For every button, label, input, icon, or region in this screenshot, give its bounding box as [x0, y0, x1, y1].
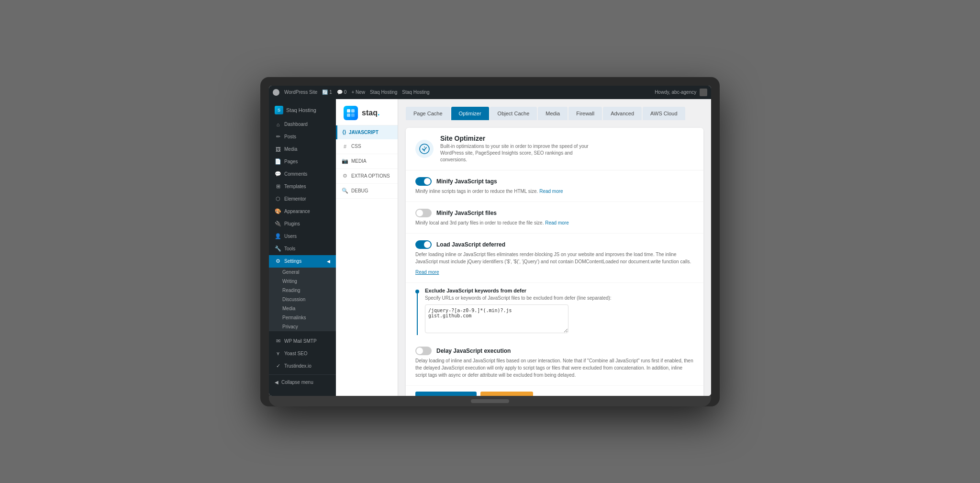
extra-icon: ⚙	[342, 173, 348, 180]
toggle-minify-js-tags[interactable]	[415, 177, 432, 186]
user-avatar[interactable]	[700, 89, 707, 96]
submenu-media[interactable]: Media	[269, 304, 336, 313]
blue-bar	[417, 293, 418, 335]
minify-js-files-desc: Minify local and 3rd party files in orde…	[415, 219, 694, 226]
tab-firewall[interactable]: Firewall	[568, 107, 602, 120]
svg-rect-2	[347, 113, 350, 117]
setting-minify-js-files: Minify JavaScript files Minify local and…	[406, 202, 703, 234]
load-js-deferred-desc: Defer loading inline or JavaScript files…	[415, 251, 694, 265]
defer-inner: Exclude JavaScript keywords from defer S…	[415, 288, 694, 335]
tab-page-cache[interactable]: Page Cache	[406, 107, 450, 120]
submenu-privacy[interactable]: Privacy	[269, 322, 336, 331]
sidebar-item-comments[interactable]: 💬 Comments	[269, 168, 336, 180]
submenu-reading[interactable]: Reading	[269, 286, 336, 295]
sidebar-item-trustindex[interactable]: ✓ Trustindex.io	[269, 360, 336, 372]
save-button[interactable]: Save & Clear Cache	[415, 392, 477, 396]
wpmail-icon: ✉	[275, 338, 281, 345]
hosting-label[interactable]: Staq Hosting	[402, 90, 429, 95]
sidebar-item-elementor[interactable]: ⬡ Elementor	[269, 193, 336, 205]
templates-label: Templates	[284, 184, 306, 189]
settings-label: Settings	[284, 258, 301, 264]
defer-content: Exclude JavaScript keywords from defer S…	[425, 288, 694, 335]
tab-media[interactable]: Media	[538, 107, 568, 120]
submenu-writing[interactable]: Writing	[269, 277, 336, 286]
sidebar-item-pages[interactable]: 📄 Pages	[269, 156, 336, 168]
restore-button[interactable]: Restore Defaults	[480, 392, 533, 396]
defer-textarea[interactable]	[425, 304, 568, 333]
setting-minify-js-tags: Minify JavaScript tags Minify inline scr…	[406, 170, 703, 202]
greeting-label: Howdy, abc-agency	[655, 89, 696, 94]
submenu-permalinks[interactable]: Permalinks	[269, 313, 336, 322]
dashboard-label: Dashboard	[284, 122, 308, 127]
submenu-general[interactable]: General	[269, 268, 336, 277]
media-label: Media	[284, 146, 297, 152]
debug-icon: 🔍	[342, 188, 348, 194]
tab-optimizer[interactable]: Optimizer	[451, 107, 489, 120]
toggle-slider-3	[415, 240, 432, 249]
page-description: Built-in optimizations to your site in o…	[440, 143, 593, 163]
tab-object-cache[interactable]: Object Cache	[490, 107, 537, 120]
defer-exclusion-section: Exclude JavaScript keywords from defer S…	[406, 283, 703, 340]
dashboard-icon: ⌂	[275, 121, 281, 128]
toggle-delay-js[interactable]	[415, 347, 432, 355]
sidebar-item-templates[interactable]: ⊞ Templates	[269, 180, 336, 193]
trustindex-label: Trustindex.io	[284, 363, 312, 369]
sidebar-brand[interactable]: S Staq Hosting	[269, 102, 336, 118]
toggle-load-js-deferred[interactable]	[415, 240, 432, 249]
posts-label: Posts	[284, 134, 296, 139]
settings-arrow: ◀	[327, 259, 330, 264]
load-js-deferred-readmore[interactable]: Read more	[415, 270, 439, 275]
collapse-menu-button[interactable]: ◀ Collapse menu	[269, 374, 336, 390]
laptop-notch	[471, 399, 509, 403]
minify-js-tags-readmore[interactable]: Read more	[539, 189, 563, 194]
sidebar-item-settings[interactable]: ⚙ Settings ◀	[269, 255, 336, 268]
updates-icon: 🔄	[322, 90, 328, 95]
tools-icon: 🔧	[275, 246, 281, 252]
plugin-nav-debug[interactable]: 🔍 DEBUG	[336, 184, 398, 199]
javascript-icon: ⟨⟩	[342, 129, 346, 135]
pages-icon: 📄	[275, 158, 281, 165]
css-icon: #	[342, 143, 348, 150]
plugin-nav-extra[interactable]: ⚙ EXTRA OPTIONS	[336, 169, 398, 184]
sidebar-item-users[interactable]: 👤 Users	[269, 230, 336, 243]
minify-js-files-readmore[interactable]: Read more	[545, 220, 568, 225]
submenu-discussion[interactable]: Discussion	[269, 295, 336, 304]
sidebar-item-yoast[interactable]: Y Yoast SEO	[269, 348, 336, 360]
plugin-label: Staq Hosting	[370, 90, 397, 95]
updates-count[interactable]: 🔄 1	[322, 90, 332, 95]
new-button[interactable]: + New	[351, 90, 365, 95]
plugin-panel: staq. ⟨⟩ JAVASCRIPT # CSS 📷 MEDIA	[336, 99, 398, 396]
media-icon: 🖼	[275, 146, 281, 153]
comment-icon: 💬	[337, 90, 343, 95]
wp-logo[interactable]	[273, 89, 279, 96]
defer-indicator	[415, 288, 419, 335]
tab-advanced[interactable]: Advanced	[603, 107, 642, 120]
content-card: Site Optimizer Built-in optimizations to…	[406, 128, 703, 396]
sidebar-item-posts[interactable]: ✏ Posts	[269, 131, 336, 143]
svg-rect-3	[351, 113, 355, 117]
toggle-minify-js-files[interactable]	[415, 209, 432, 217]
card-footer: Save & Clear Cache Restore Defaults	[406, 386, 703, 396]
delay-js-title: Delay JavaScript execution	[436, 348, 511, 354]
sidebar-item-dashboard[interactable]: ⌂ Dashboard	[269, 118, 336, 131]
toggle-slider-4	[415, 347, 432, 355]
svg-rect-1	[351, 109, 355, 112]
tab-bar: Page Cache Optimizer Object Cache Media …	[406, 107, 703, 120]
page-title: Site Optimizer	[440, 135, 593, 142]
site-name[interactable]: WordPress Site	[284, 90, 317, 95]
sidebar-item-wpmail[interactable]: ✉ WP Mail SMTP	[269, 335, 336, 348]
sidebar-item-media[interactable]: 🖼 Media	[269, 143, 336, 156]
tab-aws-cloud[interactable]: AWS Cloud	[643, 107, 685, 120]
sidebar-item-tools[interactable]: 🔧 Tools	[269, 243, 336, 255]
sidebar-item-plugins[interactable]: 🔌 Plugins	[269, 218, 336, 230]
plugin-nav-css[interactable]: # CSS	[336, 139, 398, 154]
sidebar-item-appearance[interactable]: 🎨 Appearance	[269, 205, 336, 218]
plugins-icon: 🔌	[275, 221, 281, 227]
toggle-slider-2	[415, 209, 432, 217]
plugin-nav-javascript[interactable]: ⟨⟩ JAVASCRIPT	[336, 125, 398, 139]
comments-count[interactable]: 💬 0	[337, 90, 347, 95]
comments-label: Comments	[284, 171, 307, 177]
elementor-icon: ⬡	[275, 196, 281, 202]
load-js-deferred-title: Load JavaScript deferred	[436, 241, 505, 248]
plugin-nav-media[interactable]: 📷 MEDIA	[336, 154, 398, 169]
